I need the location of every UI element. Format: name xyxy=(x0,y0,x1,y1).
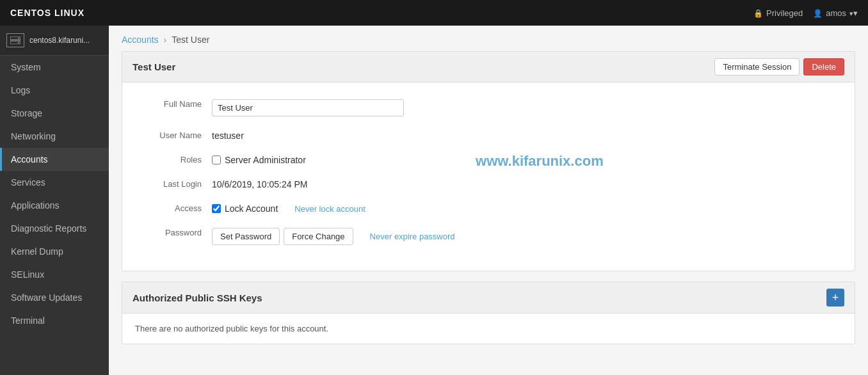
user-icon xyxy=(813,8,823,18)
breadcrumb-parent[interactable]: Accounts xyxy=(122,35,159,45)
lock-icon xyxy=(753,8,763,18)
sidebar-item-applications[interactable]: Applications xyxy=(0,194,109,217)
access-checkbox-row: Lock Account Never lock account xyxy=(212,203,842,214)
password-btn-row: Set Password Force Change Never expire p… xyxy=(212,228,842,245)
server-admin-checkbox[interactable] xyxy=(212,156,221,164)
username-label: User Name xyxy=(135,127,212,140)
last-login-value: 10/6/2019, 10:05:24 PM xyxy=(212,175,842,189)
user-form-body: www.kifarunix.com Full Name User Name te… xyxy=(122,83,855,271)
full-name-label: Full Name xyxy=(135,95,212,109)
user-card: Test User Terminate Session Delete www.k… xyxy=(122,51,855,271)
sidebar-item-label: SELinux xyxy=(11,269,44,280)
roles-label: Roles xyxy=(135,151,212,164)
sidebar-item-terminal[interactable]: Terminal xyxy=(0,309,109,332)
sidebar-item-networking[interactable]: Networking xyxy=(0,125,109,148)
ssh-card: Authorized Public SSH Keys + There are n… xyxy=(122,282,855,344)
user-menu[interactable]: amos ▾ xyxy=(813,8,858,18)
sidebar-item-label: Accounts xyxy=(11,154,48,164)
roles-value: Server Administrator xyxy=(212,151,842,165)
last-login-row: Last Login 10/6/2019, 10:05:24 PM xyxy=(135,175,842,189)
sidebar-item-label: Services xyxy=(11,177,45,188)
app-brand: CENTOS LINUX xyxy=(10,8,84,18)
terminate-session-button[interactable]: Terminate Session xyxy=(714,58,800,76)
sidebar-item-label: Kernel Dump xyxy=(11,246,63,257)
navbar-right: Privileged amos ▾ xyxy=(753,8,858,18)
sidebar-item-label: Storage xyxy=(11,108,42,118)
ssh-empty-message: There are no authorized public keys for … xyxy=(122,314,855,344)
password-row: Password Set Password Force Change Never… xyxy=(135,224,842,245)
full-name-input[interactable] xyxy=(212,99,404,116)
user-card-title: Test User xyxy=(133,61,175,72)
username-row: User Name testuser xyxy=(135,127,842,141)
breadcrumb-separator: › xyxy=(164,35,167,45)
privileged-label: Privileged xyxy=(766,8,803,18)
privileged-indicator: Privileged xyxy=(753,8,803,18)
sidebar-item-label: Networking xyxy=(11,131,56,141)
add-ssh-key-button[interactable]: + xyxy=(826,289,844,307)
svg-point-2 xyxy=(18,38,19,39)
navbar: CENTOS LINUX Privileged amos ▾ xyxy=(0,0,868,26)
content-area: Accounts › Test User Test User Terminate… xyxy=(109,26,868,375)
sidebar-item-kernel-dump[interactable]: Kernel Dump xyxy=(0,240,109,263)
access-label: Access xyxy=(135,200,212,213)
server-admin-label: Server Administrator xyxy=(225,155,306,165)
sidebar-item-label: Software Updates xyxy=(11,292,82,303)
svg-point-3 xyxy=(18,42,19,44)
last-login-label: Last Login xyxy=(135,175,212,189)
sidebar-item-label: Terminal xyxy=(11,315,45,326)
server-icon xyxy=(6,33,24,47)
username-value: testuser xyxy=(212,127,842,141)
set-password-button[interactable]: Set Password xyxy=(212,228,280,245)
sidebar-item-label: Applications xyxy=(11,200,60,211)
sidebar-item-label: Diagnostic Reports xyxy=(11,223,86,234)
breadcrumb: Accounts › Test User xyxy=(109,26,868,51)
password-label: Password xyxy=(135,224,212,237)
sidebar-item-label: Logs xyxy=(11,85,30,95)
sidebar: centos8.kifaruni... System Logs Storage … xyxy=(0,26,109,375)
sidebar-item-accounts[interactable]: Accounts xyxy=(0,148,109,171)
main-layout: centos8.kifaruni... System Logs Storage … xyxy=(0,26,868,375)
ssh-card-title: Authorized Public SSH Keys xyxy=(133,292,262,303)
roles-checkbox-row: Server Administrator xyxy=(212,155,842,165)
full-name-row: Full Name xyxy=(135,95,842,116)
sidebar-item-label: System xyxy=(11,62,41,72)
delete-button[interactable]: Delete xyxy=(803,58,844,76)
roles-row: Roles Server Administrator xyxy=(135,151,842,165)
access-value: Lock Account Never lock account xyxy=(212,200,842,214)
sidebar-server[interactable]: centos8.kifaruni... xyxy=(0,26,109,56)
access-row: Access Lock Account Never lock account xyxy=(135,200,842,214)
user-card-actions: Terminate Session Delete xyxy=(714,58,844,76)
user-card-header: Test User Terminate Session Delete xyxy=(122,52,855,83)
sidebar-item-selinux[interactable]: SELinux xyxy=(0,263,109,286)
never-lock-link[interactable]: Never lock account xyxy=(294,204,366,214)
sidebar-item-diagnostic-reports[interactable]: Diagnostic Reports xyxy=(0,217,109,240)
ssh-card-actions: + xyxy=(826,289,844,307)
sidebar-item-software-updates[interactable]: Software Updates xyxy=(0,286,109,309)
breadcrumb-current: Test User xyxy=(172,35,209,45)
sidebar-item-services[interactable]: Services xyxy=(0,171,109,194)
sidebar-item-system[interactable]: System xyxy=(0,56,109,79)
lock-account-checkbox[interactable] xyxy=(212,204,221,213)
sidebar-item-logs[interactable]: Logs xyxy=(0,79,109,102)
force-change-button[interactable]: Force Change xyxy=(284,228,353,245)
caret-icon: ▾ xyxy=(849,8,858,18)
full-name-value xyxy=(212,95,842,116)
sidebar-item-storage[interactable]: Storage xyxy=(0,102,109,125)
ssh-card-header: Authorized Public SSH Keys + xyxy=(122,282,855,314)
server-name: centos8.kifaruni... xyxy=(29,36,90,45)
never-expire-link[interactable]: Never expire password xyxy=(370,232,455,241)
user-name: amos xyxy=(826,8,846,18)
password-value: Set Password Force Change Never expire p… xyxy=(212,224,842,245)
lock-account-label: Lock Account xyxy=(225,203,278,214)
